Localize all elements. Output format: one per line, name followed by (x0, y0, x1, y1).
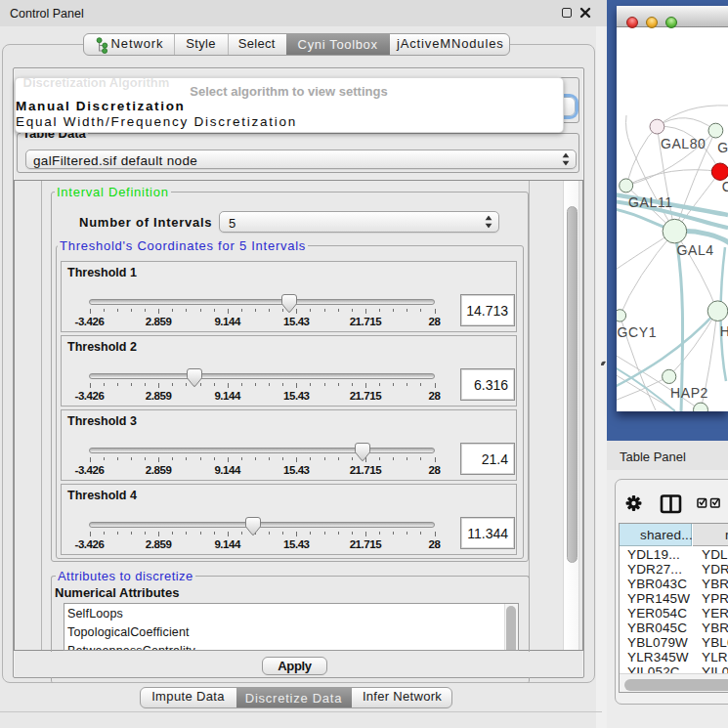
svg-text:HAP2: HAP2 (670, 385, 708, 401)
svg-text:GAL4: GAL4 (677, 242, 714, 258)
svg-text:C: C (722, 179, 728, 194)
svg-text:GAL80: GAL80 (661, 136, 707, 151)
svg-text:GCY1: GCY1 (618, 324, 658, 340)
svg-text:G.: G. (717, 140, 728, 155)
svg-text:H: H (720, 323, 728, 339)
svg-text:GAL11: GAL11 (628, 194, 673, 210)
